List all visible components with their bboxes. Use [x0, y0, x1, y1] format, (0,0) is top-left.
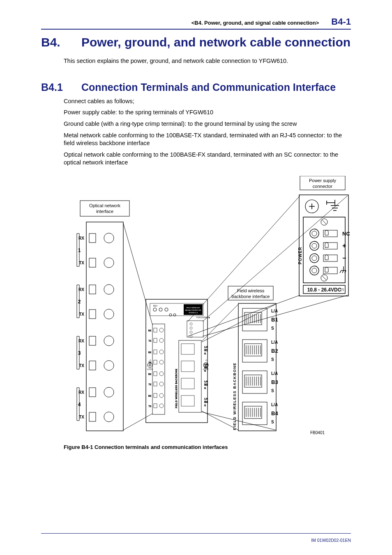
- svg-text:FIELD WIRELESS: FIELD WIRELESS: [186, 307, 200, 309]
- paragraph-3: Ground cable (with a ring-type crimp ter…: [64, 120, 351, 128]
- svg-text:RX: RX: [148, 373, 152, 375]
- power-term-plus: +: [342, 242, 346, 249]
- svg-text:B3: B3: [204, 383, 208, 386]
- document-id: IM 01W02D02-01EN: [311, 538, 351, 543]
- backbone-b1: B1: [271, 317, 278, 323]
- svg-text:L/A: L/A: [204, 380, 208, 383]
- backbone-b4: B4: [271, 410, 278, 416]
- running-head: <B4. Power, ground, and signal cable con…: [191, 20, 319, 26]
- svg-rect-1: [86, 222, 123, 431]
- svg-text:L/A: L/A: [271, 340, 278, 345]
- paragraph-5: Optical network cable conforming to the …: [64, 151, 351, 167]
- paragraph-4: Metal network cable conforming to the 10…: [64, 132, 351, 148]
- power-range: 10.8 - 26.4VDC: [307, 287, 341, 293]
- svg-text:L/A: L/A: [204, 346, 208, 348]
- heading-2: B4.1 Connection Terminals and Communicat…: [41, 81, 351, 93]
- svg-text:LOCK: LOCK: [203, 368, 209, 370]
- body-text: Connect cables as follows; Power supply …: [64, 97, 351, 167]
- backbone-panel: Field wireless backbone interface FIELD …: [228, 286, 278, 431]
- svg-text:S: S: [271, 357, 274, 362]
- svg-text:TX: TX: [149, 383, 152, 386]
- svg-text:S: S: [204, 387, 206, 389]
- svg-text:LOCK: LOCK: [147, 368, 153, 370]
- svg-text:TX: TX: [149, 405, 152, 407]
- page-number: B4-1: [331, 16, 351, 27]
- svg-text:B4: B4: [204, 400, 208, 403]
- fwb-label-line1: Field wireless: [237, 288, 265, 293]
- opt1-tx: TX: [79, 261, 84, 265]
- h1-title: Power, ground, and network cable connect…: [81, 35, 351, 50]
- power-side-text: POWER: [298, 247, 302, 264]
- opt3-tx: TX: [79, 363, 84, 368]
- svg-text:S: S: [271, 388, 274, 393]
- device-miniature: RDY FIELD WIRELESS MEDIA CONVERTER YFGW6…: [146, 299, 210, 423]
- svg-line-171: [123, 223, 152, 325]
- h2-title: Connection Terminals and Communication I…: [81, 81, 351, 93]
- svg-text:RDY: RDY: [153, 305, 158, 307]
- opt2-tx: TX: [79, 312, 84, 317]
- svg-text:L/A: L/A: [271, 402, 278, 407]
- svg-text:FIELD WIRELESS BACKBONE: FIELD WIRELESS BACKBONE: [175, 369, 178, 408]
- svg-rect-86: [238, 303, 276, 431]
- power-term-nc: NC: [342, 231, 350, 237]
- figure-ref: FB0401: [310, 430, 325, 435]
- power-panel: Power supply connector: [298, 176, 350, 296]
- page-header: <B4. Power, ground, and signal cable con…: [41, 16, 351, 30]
- backbone-b3: B3: [271, 379, 278, 385]
- h2-number: B4.1: [41, 81, 81, 93]
- power-term-minus: −: [342, 254, 346, 261]
- svg-text:RX: RX: [148, 351, 152, 354]
- figure-caption: Figure B4-1 Connection terminals and com…: [64, 444, 351, 450]
- footer-rule: [41, 533, 351, 534]
- svg-text:RX: RX: [148, 329, 152, 332]
- h1-number: B4.: [41, 35, 81, 50]
- optical-label-line2: interface: [96, 209, 113, 214]
- backbone-b2: B2: [271, 348, 278, 354]
- svg-text:S: S: [271, 420, 274, 424]
- power-label-line1: Power supply: [309, 178, 337, 183]
- optical-label-line1: Optical network: [89, 203, 120, 208]
- power-label-line2: connector: [313, 184, 333, 189]
- svg-text:L/A: L/A: [204, 398, 208, 400]
- svg-text:L/A: L/A: [271, 309, 278, 313]
- fwb-label-line2: backbone interface: [232, 294, 270, 299]
- svg-text:RX: RX: [148, 395, 152, 397]
- heading-1: B4. Power, ground, and network cable con…: [41, 35, 351, 50]
- svg-text:B1: B1: [204, 349, 208, 352]
- svg-text:S: S: [271, 326, 274, 331]
- svg-text:S: S: [204, 404, 206, 407]
- svg-text:TX: TX: [149, 340, 152, 342]
- optical-panel: Optical network interface RX 1 TX RX: [77, 201, 129, 431]
- svg-line-177: [188, 196, 300, 321]
- svg-text:L/A: L/A: [271, 371, 278, 376]
- paragraph-2: Power supply cable: to the spring termin…: [64, 109, 351, 117]
- intro-paragraph: This section explains the power, ground,…: [64, 57, 351, 65]
- paragraph-1: Connect cables as follows;: [64, 97, 351, 106]
- figure-b4-1: Optical network interface RX 1 TX RX: [64, 176, 351, 450]
- svg-text:S: S: [204, 352, 206, 355]
- opt4-tx: TX: [79, 415, 84, 419]
- figure-svg: Optical network interface RX 1 TX RX: [64, 176, 351, 439]
